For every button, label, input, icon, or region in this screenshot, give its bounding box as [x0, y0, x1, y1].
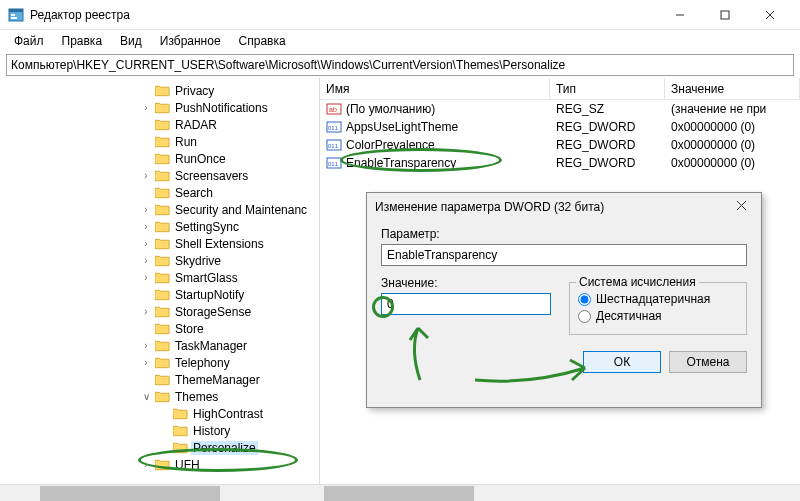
col-header-name[interactable]: Имя: [320, 78, 550, 99]
titlebar: Редактор реестра: [0, 0, 800, 30]
tree-item[interactable]: StartupNotify: [0, 286, 319, 303]
tree-item[interactable]: ›SettingSync: [0, 218, 319, 235]
cancel-button[interactable]: Отмена: [669, 351, 747, 373]
close-button[interactable]: [747, 0, 792, 30]
tree-label: Privacy: [173, 84, 216, 98]
tree-label: Themes: [173, 390, 220, 404]
ok-button[interactable]: ОК: [583, 351, 661, 373]
tree-item[interactable]: ›Shell Extensions: [0, 235, 319, 252]
value-input[interactable]: [381, 293, 551, 315]
tree-label: TaskManager: [173, 339, 249, 353]
radix-hex-radio[interactable]: [578, 293, 591, 306]
svg-rect-3: [11, 17, 17, 19]
maximize-button[interactable]: [702, 0, 747, 30]
menu-file[interactable]: Файл: [6, 32, 52, 50]
radix-hex-row[interactable]: Шестнадцатеричная: [578, 292, 738, 306]
expander-icon[interactable]: ∨: [140, 391, 152, 402]
tree-item[interactable]: ›SmartGlass: [0, 269, 319, 286]
param-label: Параметр:: [381, 227, 747, 241]
param-input[interactable]: [381, 244, 747, 266]
row-name: AppsUseLightTheme: [346, 120, 458, 134]
dialog-title: Изменение параметра DWORD (32 бита): [375, 200, 729, 214]
row-type: REG_DWORD: [550, 120, 665, 134]
row-name: (По умолчанию): [346, 102, 435, 116]
menu-help[interactable]: Справка: [231, 32, 294, 50]
tree-item[interactable]: ›StorageSense: [0, 303, 319, 320]
tree-item[interactable]: RADAR: [0, 116, 319, 133]
tree-item[interactable]: HighContrast: [0, 405, 319, 422]
expander-icon[interactable]: ›: [140, 102, 152, 113]
tree-label: Screensavers: [173, 169, 250, 183]
tree-item[interactable]: ›Screensavers: [0, 167, 319, 184]
tree-label: SmartGlass: [173, 271, 240, 285]
tree-label: UFH: [173, 458, 202, 472]
tree-item[interactable]: ›Skydrive: [0, 252, 319, 269]
expander-icon[interactable]: ›: [140, 306, 152, 317]
menu-edit[interactable]: Правка: [54, 32, 111, 50]
expander-icon[interactable]: ›: [140, 459, 152, 470]
radix-label: Система исчисления: [576, 275, 699, 289]
expander-icon[interactable]: ›: [140, 272, 152, 283]
tree-hscroll[interactable]: [0, 484, 320, 501]
tree-item[interactable]: ∨Themes: [0, 388, 319, 405]
expander-icon[interactable]: ›: [140, 204, 152, 215]
tree-label: HighContrast: [191, 407, 265, 421]
expander-icon[interactable]: ›: [140, 221, 152, 232]
tree-label: History: [191, 424, 232, 438]
tree-item[interactable]: Search: [0, 184, 319, 201]
tree-label: Telephony: [173, 356, 232, 370]
tree-item[interactable]: Privacy: [0, 82, 319, 99]
list-row[interactable]: 011AppsUseLightThemeREG_DWORD0x00000000 …: [320, 118, 800, 136]
hscroll-thumb[interactable]: [40, 486, 220, 501]
tree-pane[interactable]: Privacy›PushNotificationsRADARRunRunOnce…: [0, 78, 320, 501]
expander-icon[interactable]: ›: [140, 170, 152, 181]
tree-item[interactable]: Personalize: [0, 439, 319, 456]
window-title: Редактор реестра: [30, 8, 657, 22]
edit-dword-dialog: Изменение параметра DWORD (32 бита) Пара…: [366, 192, 762, 408]
tree-label: RADAR: [173, 118, 219, 132]
radix-dec-radio[interactable]: [578, 310, 591, 323]
tree-label: PushNotifications: [173, 101, 270, 115]
col-header-value[interactable]: Значение: [665, 78, 800, 99]
list-row[interactable]: 011EnableTransparencyREG_DWORD0x00000000…: [320, 154, 800, 172]
menu-favorites[interactable]: Избранное: [152, 32, 229, 50]
expander-icon[interactable]: ›: [140, 238, 152, 249]
expander-icon[interactable]: ›: [140, 255, 152, 266]
address-bar[interactable]: Компьютер\HKEY_CURRENT_USER\Software\Mic…: [6, 54, 794, 76]
expander-icon[interactable]: ›: [140, 357, 152, 368]
tree-label: StartupNotify: [173, 288, 246, 302]
row-name: ColorPrevalence: [346, 138, 435, 152]
tree-item[interactable]: Store: [0, 320, 319, 337]
list-row[interactable]: ab(По умолчанию)REG_SZ(значение не при: [320, 100, 800, 118]
tree-item[interactable]: ThemeManager: [0, 371, 319, 388]
tree-label: SettingSync: [173, 220, 241, 234]
dialog-close-button[interactable]: [729, 200, 753, 214]
tree-item[interactable]: ›Telephony: [0, 354, 319, 371]
tree-label: RunOnce: [173, 152, 228, 166]
hscroll-thumb[interactable]: [324, 486, 474, 501]
minimize-button[interactable]: [657, 0, 702, 30]
row-value: 0x00000000 (0): [665, 138, 800, 152]
radix-dec-row[interactable]: Десятичная: [578, 309, 738, 323]
tree-item[interactable]: RunOnce: [0, 150, 319, 167]
col-header-type[interactable]: Тип: [550, 78, 665, 99]
menu-view[interactable]: Вид: [112, 32, 150, 50]
tree-item[interactable]: ›TaskManager: [0, 337, 319, 354]
tree-item[interactable]: Run: [0, 133, 319, 150]
tree-item[interactable]: ›UFH: [0, 456, 319, 473]
tree-label: Run: [173, 135, 199, 149]
expander-icon[interactable]: ›: [140, 340, 152, 351]
list-hscroll[interactable]: [320, 484, 800, 501]
svg-text:ab: ab: [329, 106, 337, 113]
row-type: REG_SZ: [550, 102, 665, 116]
tree-label: Search: [173, 186, 215, 200]
tree-item[interactable]: ›PushNotifications: [0, 99, 319, 116]
tree-label: ThemeManager: [173, 373, 262, 387]
list-row[interactable]: 011ColorPrevalenceREG_DWORD0x00000000 (0…: [320, 136, 800, 154]
tree-item[interactable]: History: [0, 422, 319, 439]
svg-text:011: 011: [328, 143, 339, 149]
menubar: Файл Правка Вид Избранное Справка: [0, 30, 800, 52]
tree-label: Security and Maintenanc: [173, 203, 309, 217]
tree-label: StorageSense: [173, 305, 253, 319]
tree-item[interactable]: ›Security and Maintenanc: [0, 201, 319, 218]
